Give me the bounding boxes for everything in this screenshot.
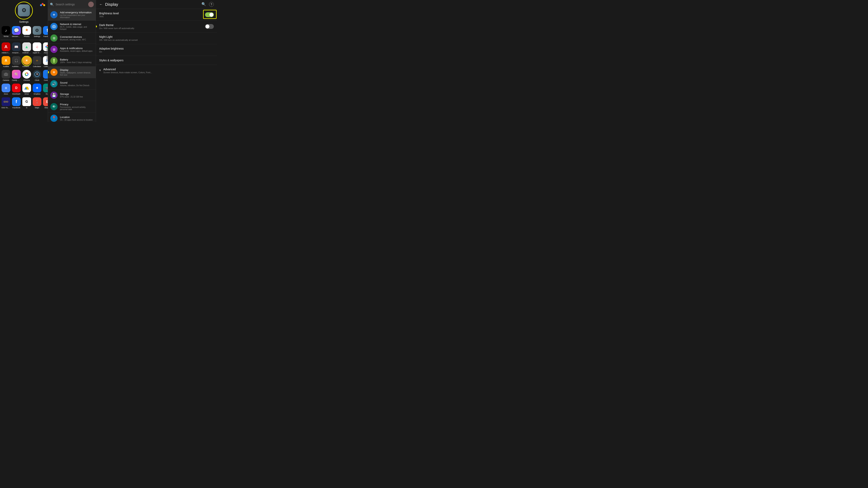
app-squarespace[interactable]: G G xyxy=(22,97,31,109)
app-grid-row5: ≡ Docs D DoorDash Drive ✦ Dropbox 📹 xyxy=(1,83,47,96)
app-dropbox[interactable]: ✦ Dropbox xyxy=(32,83,42,96)
chevron-down-icon: ▾ xyxy=(99,68,101,72)
settings-item-display[interactable]: ☀ Display Styles, wallpapers, screen tim… xyxy=(48,66,96,78)
app-settings-grid[interactable]: ⚙ Settings xyxy=(32,25,42,38)
app-maps[interactable]: 📍 Maps xyxy=(32,97,42,109)
app-chrome[interactable]: Chrome xyxy=(22,69,31,82)
settings-item-privacy[interactable]: 👁 Privacy Permissions, account activity,… xyxy=(48,101,96,112)
privacy-icon: 👁 xyxy=(50,103,58,110)
app-messenger[interactable]: 💬 Messenger xyxy=(11,25,21,38)
svg-point-9 xyxy=(5,74,6,75)
maps-label: Maps xyxy=(33,107,41,109)
app-facebook[interactable]: f Facebook xyxy=(42,25,48,38)
network-icon xyxy=(50,23,58,30)
app-authentic[interactable]: ☀ Authentic... xyxy=(22,55,31,68)
darktheme-dot-annotation xyxy=(96,26,97,28)
nightlight-setting[interactable]: Night Light Off / Will turn on automatic… xyxy=(96,32,217,44)
header-icons: 🔍 ? xyxy=(202,2,214,7)
search-input[interactable]: Search settings xyxy=(56,3,87,6)
location-title: Location xyxy=(60,116,93,119)
search-icon: 🔍 xyxy=(50,3,54,6)
drive-label: Drive xyxy=(22,93,31,95)
connected-text: Connected devices Bluetooth, driving mod… xyxy=(60,35,93,41)
help-icon[interactable]: ? xyxy=(209,2,214,7)
brightness-subtitle: 76% xyxy=(99,15,119,18)
app-docs[interactable]: ≡ Docs xyxy=(1,83,11,96)
app-grid-row2: A Adobe Ac... 📖 Amazon K... ▲ Android A.… xyxy=(1,41,47,55)
svg-point-17 xyxy=(37,74,37,75)
left-panel: ⚙ Settings ♪ TikTok 💬 Messenger xyxy=(0,0,48,122)
app-photos[interactable]: Photos xyxy=(22,25,31,38)
settings-item-connected[interactable]: ⊞ Connected devices Bluetooth, driving m… xyxy=(48,32,96,44)
app-doordash[interactable]: D DoorDash xyxy=(11,83,21,96)
duo-icon: 📹 xyxy=(43,84,48,92)
app-amazonk[interactable]: 📖 Amazon K... xyxy=(11,42,21,55)
fb2-label: Facebook xyxy=(12,107,21,109)
app-grid-row3: A Audible 🎧 Audioboo... ☀ Authentic... ÷… xyxy=(1,55,47,69)
facebook-icon: f xyxy=(43,26,48,35)
squarespace-icon: G xyxy=(22,97,31,106)
settings-item-emergency[interactable]: + Add emergency information Let first re… xyxy=(48,9,96,21)
settings-item-location[interactable]: 📍 Location On - 18 apps have access to l… xyxy=(48,112,96,122)
settings-item-network[interactable]: Network & internet Wi-Fi, mobile, data u… xyxy=(48,21,96,32)
settings-item-storage[interactable]: 💾 Storage 67% used - 21.32 GB free xyxy=(48,90,96,101)
clock-icon xyxy=(33,70,41,78)
svg-point-0 xyxy=(40,4,42,6)
app-applemusic[interactable]: ♫ Apple Mu... xyxy=(32,42,42,55)
location-icon: 📍 xyxy=(50,115,58,122)
app-drive[interactable]: Drive xyxy=(22,83,31,96)
app-tiktok[interactable]: ♪ TikTok xyxy=(1,25,11,38)
app-clock[interactable]: Clock xyxy=(32,69,42,82)
calculator-icon: ÷ xyxy=(33,56,41,65)
app-toolkit[interactable]: ESO ESO Toolkit xyxy=(1,97,11,109)
darktheme-toggle[interactable] xyxy=(205,24,214,29)
styles-title: Styles & wallpapers xyxy=(99,59,214,62)
brightness-setting: Brightness level 76% xyxy=(96,9,217,21)
settings-list: + Add emergency information Let first re… xyxy=(48,9,96,122)
storage-title: Storage xyxy=(60,93,93,96)
storage-icon: 💾 xyxy=(50,92,58,99)
scroll-indicator xyxy=(47,49,48,61)
fb2-icon: f xyxy=(12,97,21,106)
battery-subtitle: 100% - more than 2 days remaining xyxy=(60,61,93,64)
darktheme-title: Dark theme xyxy=(99,24,134,27)
adobe-icon: A xyxy=(2,42,10,51)
app-audiobooks[interactable]: 🎧 Audioboo... xyxy=(11,55,21,68)
app-duo[interactable]: 📹 Duo xyxy=(42,83,48,96)
search-header-icon[interactable]: 🔍 xyxy=(202,2,206,7)
apps-subtitle: Assistants, recent apps, default apps xyxy=(60,50,93,52)
ebates-label: Ebates xyxy=(43,107,48,109)
app-camera[interactable]: Camera xyxy=(1,69,11,82)
styles-setting[interactable]: Styles & wallpapers xyxy=(96,56,217,65)
display-text: Display Styles, wallpapers, screen timeo… xyxy=(60,68,93,76)
advanced-setting[interactable]: ▾ Advanced Screen timeout, Auto-rotate s… xyxy=(96,65,217,76)
settings-main-icon[interactable]: ⚙ xyxy=(18,4,30,16)
search-bar: 🔍 Search settings xyxy=(48,0,96,9)
svg-point-1 xyxy=(41,3,43,5)
app-calculator[interactable]: ÷ Calculator xyxy=(32,55,42,68)
app-ebates[interactable]: E Ebates xyxy=(42,97,48,109)
authentic-icon: ☀ xyxy=(22,56,31,65)
app-contacts[interactable]: 👤 Contacts xyxy=(42,69,48,82)
settings-item-apps[interactable]: ⊞ Apps & notifications Assistants, recen… xyxy=(48,44,96,55)
back-button[interactable]: ← xyxy=(99,2,103,7)
emergency-icon: + xyxy=(50,11,58,18)
doordash-icon: D xyxy=(12,84,21,92)
app-android[interactable]: ▲ Android A... xyxy=(22,42,31,55)
connected-icon: ⊞ xyxy=(50,34,58,42)
app-audible[interactable]: A Audible xyxy=(1,55,11,68)
app-adobe[interactable]: A Adobe Ac... xyxy=(1,42,11,55)
audiobooks-label: Audioboo... xyxy=(12,65,21,67)
brightness-toggle[interactable] xyxy=(205,12,214,17)
app-fb2[interactable]: f Facebook xyxy=(11,97,21,109)
settings-item-battery[interactable]: 🔋 Battery 100% - more than 2 days remain… xyxy=(48,55,96,66)
adaptive-setting[interactable]: Adaptive brightness On xyxy=(96,44,217,56)
app-candycrush[interactable]: 🍭 Candy Cr... xyxy=(11,69,21,82)
settings-item-sound[interactable]: 🔊 Sound Volume, vibration, Do Not Distur… xyxy=(48,78,96,90)
chrome-icon xyxy=(22,70,31,78)
sound-subtitle: Volume, vibration, Do Not Disturb xyxy=(60,85,93,87)
nightlight-subtitle: Off / Will turn on automatically at suns… xyxy=(99,39,214,41)
user-avatar[interactable] xyxy=(88,2,94,7)
docs-label: Docs xyxy=(2,93,10,95)
applemusic-label: Apple Mu... xyxy=(33,52,41,54)
